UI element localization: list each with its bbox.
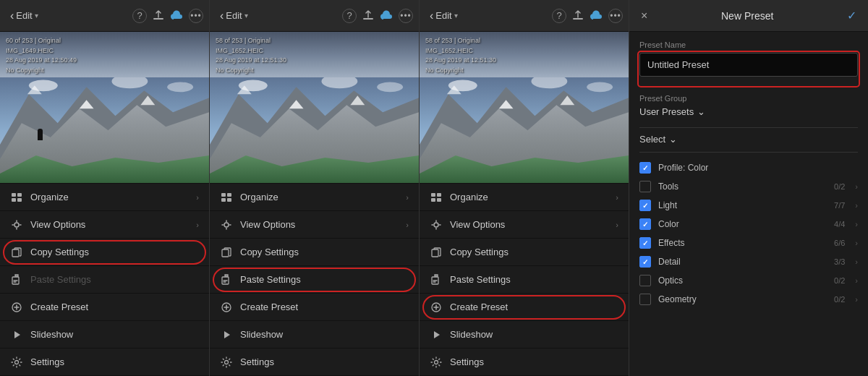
svg-rect-55 bbox=[431, 198, 435, 202]
row-chevron-color[interactable]: › bbox=[855, 220, 858, 228]
menu-item-create-preset[interactable]: Create Preset bbox=[0, 294, 209, 321]
menu-item-paste-settings[interactable]: Paste Settings bbox=[420, 266, 629, 294]
photo-count: 58 of 253 | Original bbox=[216, 36, 286, 46]
count-tools: 0/2 bbox=[834, 182, 845, 191]
svg-marker-40 bbox=[224, 331, 230, 338]
menu-item-copy-settings[interactable]: Copy Settings bbox=[0, 239, 209, 266]
upload-icon[interactable] bbox=[571, 9, 585, 23]
upload-icon[interactable] bbox=[361, 9, 375, 23]
preset-name-wrapper bbox=[639, 53, 858, 85]
checkbox-profile-color[interactable] bbox=[639, 162, 651, 174]
cloud-icon[interactable] bbox=[380, 9, 394, 23]
svg-rect-0 bbox=[153, 18, 163, 20]
checkbox-tools[interactable] bbox=[639, 181, 651, 192]
create-preset-icon bbox=[220, 301, 233, 314]
svg-point-10 bbox=[167, 82, 193, 92]
help-icon[interactable]: ? bbox=[342, 9, 357, 23]
back-button[interactable]: ‹ Edit ▾ bbox=[216, 7, 252, 25]
menu-label: Paste Settings bbox=[30, 274, 91, 285]
menu-item-organize[interactable]: Organize › bbox=[0, 184, 209, 211]
photo-filename: IMG_1652.HEIC bbox=[425, 46, 496, 56]
help-icon[interactable]: ? bbox=[552, 9, 566, 23]
settings-icon bbox=[430, 356, 443, 369]
row-chevron-detail[interactable]: › bbox=[855, 257, 858, 266]
menu-item-view-options[interactable]: View Options › bbox=[420, 211, 629, 239]
checkbox-label-light: Light bbox=[658, 200, 827, 210]
back-button[interactable]: ‹ Edit ▾ bbox=[6, 7, 43, 25]
checkbox-label-geometry: Geometry bbox=[658, 294, 827, 304]
menu-item-view-options[interactable]: View Options › bbox=[0, 211, 209, 239]
cloud-icon[interactable] bbox=[170, 9, 184, 23]
copy-settings-icon bbox=[10, 246, 23, 259]
preset-row-effects: Effects 6/6 › bbox=[639, 234, 858, 252]
svg-rect-54 bbox=[437, 193, 441, 197]
count-detail: 3/3 bbox=[834, 257, 845, 266]
preset-close-button[interactable]: × bbox=[638, 7, 650, 25]
menu-item-settings[interactable]: Settings bbox=[0, 349, 209, 376]
checkbox-geometry[interactable] bbox=[639, 294, 651, 305]
menu-item-slideshow[interactable]: Slideshow bbox=[420, 321, 629, 349]
svg-point-20 bbox=[15, 360, 19, 364]
menu-item-settings[interactable]: Settings bbox=[210, 349, 419, 376]
row-chevron-tools[interactable]: › bbox=[855, 182, 858, 191]
menu-item-slideshow[interactable]: Slideshow bbox=[210, 321, 419, 349]
menu-item-copy-settings[interactable]: Copy Settings bbox=[420, 239, 629, 266]
menu-label: Organize bbox=[240, 192, 278, 202]
svg-point-29 bbox=[239, 80, 268, 91]
menu-item-slideshow[interactable]: Slideshow bbox=[0, 321, 209, 349]
more-icon[interactable]: ••• bbox=[608, 9, 623, 23]
menu-item-create-preset[interactable]: Create Preset bbox=[210, 294, 419, 321]
preset-confirm-button[interactable]: ✓ bbox=[844, 6, 859, 25]
chevron-right-icon: › bbox=[196, 193, 199, 202]
row-chevron-optics[interactable]: › bbox=[855, 276, 858, 285]
chevron-right-icon: › bbox=[616, 221, 618, 229]
svg-rect-58 bbox=[432, 249, 438, 257]
row-chevron-effects[interactable]: › bbox=[855, 239, 858, 247]
select-label[interactable]: Select ⌄ bbox=[639, 134, 858, 145]
back-button[interactable]: ‹ Edit ▾ bbox=[425, 7, 462, 25]
menu-label: Organize bbox=[30, 192, 69, 202]
svg-rect-13 bbox=[12, 198, 16, 202]
row-chevron-geometry[interactable]: › bbox=[855, 295, 858, 304]
svg-point-36 bbox=[224, 223, 229, 227]
menu-label: Copy Settings bbox=[240, 247, 299, 257]
preset-group-select[interactable]: User Presets ⌄ bbox=[639, 106, 858, 117]
more-icon[interactable]: ••• bbox=[399, 9, 413, 23]
svg-rect-37 bbox=[222, 249, 229, 257]
svg-rect-12 bbox=[17, 193, 22, 197]
row-chevron-light[interactable]: › bbox=[855, 201, 858, 210]
checkbox-label-tools: Tools bbox=[658, 181, 827, 192]
menu-item-copy-settings[interactable]: Copy Settings bbox=[210, 239, 419, 266]
help-icon[interactable]: ? bbox=[132, 9, 147, 23]
checkbox-color[interactable] bbox=[639, 218, 651, 230]
paste-settings-icon bbox=[220, 273, 233, 286]
svg-rect-16 bbox=[12, 249, 19, 257]
menu-item-organize[interactable]: Organize › bbox=[420, 184, 629, 211]
menu-label: Create Preset bbox=[240, 302, 298, 312]
menu-area-3: Organize › View Options › Copy Settings … bbox=[420, 183, 629, 376]
more-icon[interactable]: ••• bbox=[189, 9, 203, 23]
checkbox-detail[interactable] bbox=[639, 256, 651, 268]
preset-name-input[interactable] bbox=[639, 53, 858, 77]
svg-point-52 bbox=[587, 82, 613, 92]
photo-info: 60 of 253 | Original IMG_1649.HEIC 28 Au… bbox=[6, 36, 77, 75]
select-chevron-down-icon: ⌄ bbox=[669, 134, 677, 145]
menu-item-paste-settings[interactable]: Paste Settings bbox=[210, 266, 419, 294]
cloud-icon[interactable] bbox=[590, 9, 604, 23]
checkbox-effects[interactable] bbox=[639, 237, 651, 249]
menu-item-create-preset[interactable]: Create Preset bbox=[420, 294, 629, 321]
menu-item-organize[interactable]: Organize › bbox=[210, 184, 419, 211]
menu-label: Slideshow bbox=[240, 329, 283, 340]
menu-item-view-options[interactable]: View Options › bbox=[210, 211, 419, 239]
menu-item-settings[interactable]: Settings bbox=[420, 349, 629, 376]
svg-point-50 bbox=[448, 80, 477, 91]
preset-body: Preset Name Preset Group User Presets ⌄ … bbox=[629, 32, 868, 376]
svg-point-31 bbox=[377, 82, 403, 92]
view-options-icon bbox=[10, 218, 23, 231]
checkbox-light[interactable] bbox=[639, 200, 651, 211]
photo-area-1: 60 of 253 | Original IMG_1649.HEIC 28 Au… bbox=[0, 32, 209, 183]
upload-icon[interactable] bbox=[151, 9, 166, 23]
menu-label: Settings bbox=[240, 356, 274, 367]
count-light: 7/7 bbox=[834, 201, 845, 210]
checkbox-optics[interactable] bbox=[639, 275, 651, 286]
